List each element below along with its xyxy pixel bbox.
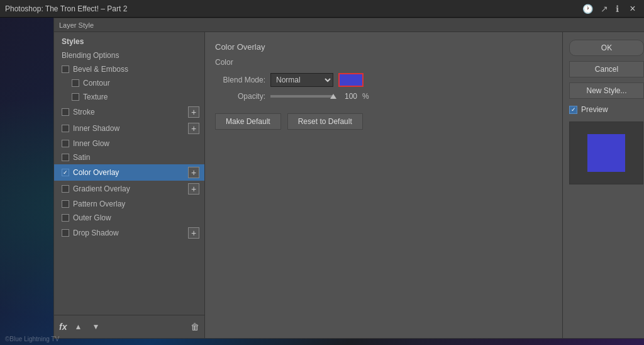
titlebar-icons: 🕐 ↗ ℹ ×: [582, 3, 639, 15]
blend-mode-select[interactable]: Normal Multiply Screen Overlay: [270, 73, 333, 87]
fx-label: fx: [59, 322, 67, 332]
drop-shadow-checkbox[interactable]: [62, 229, 69, 237]
sidebar-item-texture[interactable]: Texture: [54, 90, 204, 104]
sidebar-item-satin[interactable]: Satin: [54, 150, 204, 164]
make-default-button[interactable]: Make Default: [215, 113, 281, 130]
opacity-row: Opacity: 100 %: [215, 92, 552, 101]
sidebar-item-outer-glow[interactable]: Outer Glow: [54, 211, 204, 225]
styles-footer: fx ▲ ▼ 🗑: [54, 315, 204, 338]
styles-panel: Styles Blending Options Bevel & Emboss C…: [54, 32, 205, 338]
sidebar-item-inner-glow[interactable]: Inner Glow: [54, 137, 204, 150]
preview-blue-square: [587, 134, 625, 172]
close-button[interactable]: ×: [626, 3, 639, 15]
color-swatch-container[interactable]: [338, 73, 364, 87]
right-panel: OK Cancel New Style... Preview: [562, 32, 644, 338]
info-icon[interactable]: ℹ: [616, 4, 619, 14]
gradient-overlay-checkbox[interactable]: [62, 185, 69, 193]
color-swatch[interactable]: [338, 73, 364, 87]
pattern-overlay-label: Pattern Overlay: [73, 200, 125, 208]
bevel-emboss-label: Bevel & Emboss: [73, 65, 128, 74]
stroke-label: Stroke: [73, 108, 95, 116]
preview-checkbox[interactable]: [569, 106, 577, 114]
inner-shadow-add-button[interactable]: +: [188, 123, 199, 134]
sidebar-item-stroke[interactable]: Stroke +: [54, 104, 204, 120]
opacity-label: Opacity:: [215, 92, 265, 101]
watermark: ©Blue Lightning TV: [5, 336, 59, 342]
dialog-titlebar: Layer Style: [54, 18, 644, 32]
ok-button[interactable]: OK: [569, 40, 644, 56]
slider-track[interactable]: [270, 95, 333, 98]
drop-shadow-label: Drop Shadow: [73, 229, 119, 237]
color-overlay-label: Color Overlay: [73, 168, 119, 177]
sidebar-item-drop-shadow[interactable]: Drop Shadow +: [54, 225, 204, 241]
stroke-add-button[interactable]: +: [188, 106, 199, 118]
opacity-slider[interactable]: [270, 95, 333, 98]
clock-icon[interactable]: 🕐: [582, 4, 593, 14]
sidebar-item-inner-shadow[interactable]: Inner Shadow +: [54, 120, 204, 137]
move-up-button[interactable]: ▲: [72, 320, 84, 333]
pattern-overlay-checkbox[interactable]: [62, 200, 69, 208]
drop-shadow-add-button[interactable]: +: [188, 227, 199, 239]
section-title: Color Overlay: [215, 42, 552, 52]
color-overlay-checkbox[interactable]: [62, 169, 69, 176]
inner-shadow-checkbox[interactable]: [62, 125, 69, 132]
bevel-emboss-checkbox[interactable]: [62, 65, 69, 73]
sidebar-item-color-overlay[interactable]: Color Overlay +: [54, 164, 204, 181]
percent-sign: %: [362, 92, 369, 101]
dialog-content: Styles Blending Options Bevel & Emboss C…: [54, 32, 644, 338]
outer-glow-label: Outer Glow: [73, 213, 111, 222]
sidebar-item-pattern-overlay[interactable]: Pattern Overlay: [54, 197, 204, 211]
settings-panel: Color Overlay Color Blend Mode: Normal M…: [205, 32, 562, 338]
blend-mode-label: Blend Mode:: [215, 76, 265, 84]
stroke-checkbox[interactable]: [62, 108, 69, 116]
preview-label: Preview: [581, 105, 608, 114]
sidebar-item-blending-options[interactable]: Blending Options: [54, 48, 204, 62]
move-down-button[interactable]: ▼: [89, 320, 102, 333]
sidebar-item-bevel-emboss[interactable]: Bevel & Emboss: [54, 62, 204, 76]
texture-checkbox[interactable]: [72, 93, 79, 101]
blending-options-label: Blending Options: [62, 51, 119, 60]
sidebar-item-contour[interactable]: Contour: [54, 76, 204, 90]
outer-glow-checkbox[interactable]: [62, 214, 69, 222]
reset-button[interactable]: Reset to Default: [287, 113, 363, 130]
gradient-overlay-add-button[interactable]: +: [188, 183, 199, 195]
section-subtitle: Color: [215, 58, 552, 67]
gradient-overlay-label: Gradient Overlay: [73, 184, 130, 193]
texture-label: Texture: [83, 93, 108, 101]
satin-checkbox[interactable]: [62, 154, 69, 161]
contour-label: Contour: [83, 79, 110, 88]
buttons-row: Make Default Reset to Default: [215, 113, 552, 130]
new-style-button[interactable]: New Style...: [569, 82, 644, 99]
styles-header: Styles: [54, 32, 204, 48]
preview-row: Preview: [569, 105, 644, 114]
sidebar-item-gradient-overlay[interactable]: Gradient Overlay +: [54, 181, 204, 197]
satin-label: Satin: [73, 153, 90, 162]
inner-shadow-label: Inner Shadow: [73, 124, 119, 133]
color-overlay-add-button[interactable]: +: [188, 167, 199, 178]
inner-glow-label: Inner Glow: [73, 139, 109, 148]
preview-box: [569, 122, 643, 184]
dialog-title: Layer Style: [59, 21, 94, 29]
contour-checkbox[interactable]: [72, 79, 79, 87]
inner-glow-checkbox[interactable]: [62, 140, 69, 147]
cancel-button[interactable]: Cancel: [569, 61, 644, 77]
titlebar-title: Photoshop: The Tron Effect! – Part 2: [5, 4, 582, 13]
delete-button[interactable]: 🗑: [191, 322, 199, 332]
blend-mode-row: Blend Mode: Normal Multiply Screen Overl…: [215, 73, 552, 87]
opacity-value: 100: [338, 92, 357, 101]
slider-thumb[interactable]: [330, 94, 336, 99]
titlebar: Photoshop: The Tron Effect! – Part 2 🕐 ↗…: [0, 0, 644, 18]
share-icon[interactable]: ↗: [601, 4, 608, 14]
layer-style-dialog: Layer Style Styles Blending Options Beve…: [53, 18, 644, 339]
